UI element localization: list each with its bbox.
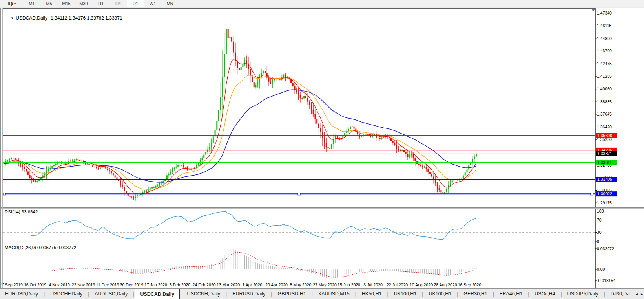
price-badge-label: 1.33871 [597, 151, 612, 156]
chart-tab-bar: EURUSD,Daily|USDCHF,Daily|AUDUSD,Daily|U… [0, 288, 644, 299]
chart-tab-xauusd-m15[interactable]: XAUUSD,M15 [313, 289, 355, 299]
trading-terminal-window: ▾ M1M5M15M30H1H4D1W1MN 1.473401.461151.4… [0, 0, 644, 299]
chart-tab-usdjpy-daily[interactable]: USDJPY,Daily [562, 289, 604, 299]
date-axis-label: 8 May 2020 [290, 282, 312, 287]
macd-indicator-label: MACD(12,26,9) 0.005775 0.003772 [5, 245, 76, 250]
date-axis-label: 13 Mar 2020 [217, 282, 240, 287]
line-drag-handle[interactable] [3, 193, 5, 195]
chart-tab-eurusd-daily[interactable]: EURUSD,Daily [227, 289, 270, 299]
rsi-axis-tick: 70 [597, 218, 602, 222]
price-axis-tick: 1.46115 [597, 23, 611, 28]
timeframe-toolbar: M1M5M15M30H1H4D1W1MN [23, 0, 179, 7]
rsi-axis-tick: 100 [597, 209, 604, 213]
date-axis-label: 15 Jun 2020 [338, 282, 360, 287]
date-axis-label: 22 Jul 2020 [387, 282, 408, 287]
timeframe-button-m15[interactable]: M15 [58, 0, 75, 7]
date-axis-label: 20 Apr 2020 [265, 282, 288, 287]
timeframe-button-m1[interactable]: M1 [23, 0, 40, 7]
price-axis-tick: 1.42475 [597, 61, 612, 66]
price-axis-tick: 1.40060 [597, 86, 612, 91]
timeframe-button-m5[interactable]: M5 [40, 0, 58, 7]
price-badge-label: 1.35606 [597, 133, 612, 138]
price-axis-tick: 1.29175 [597, 200, 612, 205]
date-axis-label: 10 Aug 2020 [410, 282, 433, 287]
chart-ohlc-values: 1.34112 1.34176 1.33762 1.33871 [51, 15, 122, 21]
date-axis-label: 22 Nov 2019 [72, 282, 95, 287]
date-axis-label: 28 Aug 2020 [434, 282, 457, 287]
chart-tab-usdchf-daily[interactable]: USDCHF,Daily [45, 289, 88, 299]
tab-scroll-right-icon[interactable]: ▸ [641, 292, 643, 296]
macd-axis-tick: 0.032972 [597, 246, 614, 251]
rsi-axis-tick: 0 [597, 239, 599, 244]
tab-scroll-arrows: ◂ ▸ [636, 289, 643, 299]
date-axis-label: 30 Dec 2019 [120, 282, 144, 287]
chart-canvas[interactable]: 1.473401.461151.448901.437001.424751.412… [0, 0, 644, 299]
date-axis-label: 16 Sep 2020 [458, 282, 482, 287]
chart-tab-eurusd-daily[interactable]: EURUSD,Daily [0, 289, 43, 299]
timeframe-button-mn[interactable]: MN [161, 0, 179, 7]
date-axis-label: 27 May 2020 [313, 282, 337, 287]
timeframe-button-w1[interactable]: W1 [144, 0, 161, 7]
toolbar-grip-2[interactable] [18, 1, 20, 6]
date-axis-label: 4 Nov 2019 [49, 282, 70, 287]
price-axis-tick: 1.36420 [597, 125, 612, 129]
date-axis-label: 24 Feb 2020 [193, 282, 216, 287]
chevron-down-icon[interactable]: ▾ [14, 2, 16, 6]
chart-tab-usdcad-daily[interactable]: USDCAD,Daily [135, 289, 180, 299]
price-axis-tick: 1.44890 [597, 36, 612, 41]
chart-tab-usoil-h4[interactable]: USOil,H4 [529, 289, 560, 299]
line-drag-handle[interactable] [298, 193, 300, 195]
chart-tab-audusd-daily[interactable]: AUDUSD,Daily [89, 289, 133, 299]
price-axis-tick: 1.37645 [597, 112, 612, 116]
collapse-arrow-icon[interactable]: ▼ [11, 17, 14, 20]
price-axis-tick: 1.47340 [597, 11, 612, 15]
chart-tab-uk100-h1[interactable]: UK100,H1 [423, 289, 456, 299]
rsi-indicator-label: RSI(14) 63.6642 [5, 209, 38, 214]
date-axis-label: 16 Oct 2019 [24, 282, 46, 287]
macd-axis-tick: 0.00 [597, 267, 605, 271]
timeframe-button-h4[interactable]: H4 [109, 0, 127, 7]
chart-tab-uk100-h1[interactable]: UK100,H1 [389, 289, 422, 299]
chart-type-icon[interactable] [7, 1, 14, 6]
date-axis-label: 11 Dec 2019 [96, 282, 119, 287]
rsi-axis-tick: 30 [597, 230, 602, 235]
line-drag-handle[interactable] [591, 193, 593, 195]
chart-left-border [2, 8, 3, 289]
chart-tab-ger30-h1[interactable]: GER30,H1 [458, 289, 492, 299]
tab-scroll-left-icon[interactable]: ◂ [636, 292, 638, 296]
timeframe-button-m30[interactable]: M30 [75, 0, 92, 7]
price-axis-tick: 1.43700 [597, 48, 612, 53]
price-axis[interactable]: 1.473401.461151.448901.437001.424751.412… [595, 11, 612, 205]
chart-tab-fra40-h1[interactable]: FRA40,H1 [494, 289, 527, 299]
toolbar-grip[interactable] [2, 1, 4, 6]
timeframe-button-h1[interactable]: H1 [92, 0, 109, 7]
candlestick-icon [7, 1, 13, 6]
chart-symbol-label: USDCAD,Daily [16, 15, 47, 21]
chart-window-frame [3, 9, 596, 288]
chart-tab-hk50-h1[interactable]: HK50,H1 [357, 289, 387, 299]
toolbar-separator [182, 1, 182, 6]
timeframe-button-d1[interactable]: D1 [127, 0, 144, 7]
macd-axis-tick: -0.018154 [597, 278, 615, 283]
chart-tab-gbpusd-h1[interactable]: GBPUSD,H1 [272, 289, 311, 299]
chart-tab-usdcnh-daily[interactable]: USDCNH,Daily [182, 289, 225, 299]
price-badge-label: 1.31405 [597, 177, 612, 182]
date-axis-label: 1 Apr 2020 [243, 282, 263, 287]
chart-title: ▼USDCAD,Daily1.34112 1.34176 1.33762 1.3… [5, 10, 122, 26]
date-axis-label: 17 Jan 2020 [144, 282, 167, 287]
chart-tab-dj30-daily[interactable]: DJ30,Daily [606, 289, 630, 299]
date-axis-label: 5 Feb 2020 [170, 282, 190, 287]
window-left-border [0, 8, 1, 299]
date-axis-label: 27 Sep 2019 [0, 282, 23, 287]
top-toolbar: ▾ M1M5M15M30H1H4D1W1MN [0, 0, 644, 7]
price-axis-tick: 1.38835 [597, 99, 612, 104]
chart-tabs: EURUSD,Daily|USDCHF,Daily|AUDUSD,Daily|U… [0, 289, 630, 299]
price-badge-label: 1.33011 [597, 160, 612, 165]
price-badge-label: 1.30022 [597, 191, 612, 196]
price-axis-tick: 1.41285 [597, 74, 612, 79]
date-axis-label: 3 Jul 2020 [363, 282, 383, 287]
